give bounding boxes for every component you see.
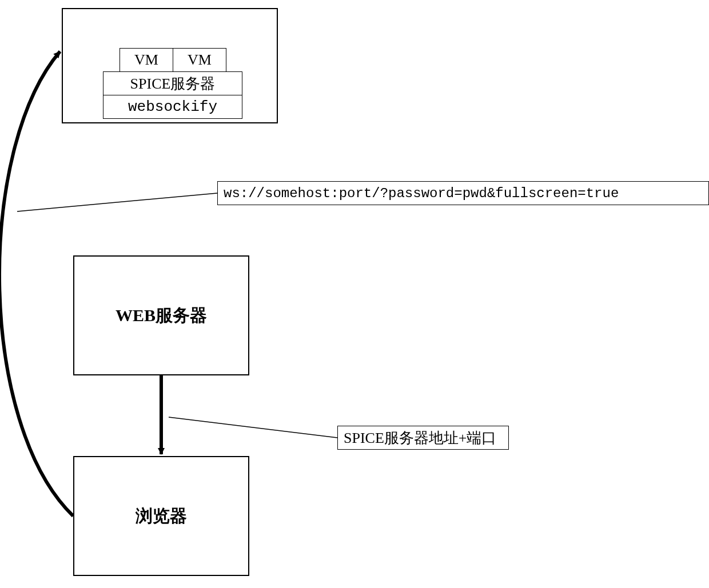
ws-url-text: ws://somehost:port/?password=pwd&fullscr… [224,186,619,201]
leader-ws [17,193,217,211]
web-server-label-wrap: WEB服务器 [73,255,249,375]
vm-cell-2: VM [173,48,226,72]
spice-server-label: SPICE服务器 [130,74,216,94]
vm1-label: VM [134,51,158,69]
spice-server-cell: SPICE服务器 [103,71,242,95]
web-server-label: WEB服务器 [115,304,207,327]
websockify-label: websockify [128,98,217,115]
spice-addr-callout: SPICE服务器地址+端口 [337,426,509,450]
ws-url-callout: ws://somehost:port/?password=pwd&fullscr… [217,181,709,205]
spice-addr-text: SPICE服务器地址+端口 [344,428,496,448]
diagram-canvas: VM VM SPICE服务器 websockify WEB服务器 浏览器 ws:… [0,0,709,588]
browser-label: 浏览器 [136,505,187,528]
vm-cell-1: VM [120,48,173,72]
leader-addr [169,417,337,438]
vm2-label: VM [188,51,212,69]
websockify-cell: websockify [103,95,242,119]
browser-label-wrap: 浏览器 [73,456,249,576]
